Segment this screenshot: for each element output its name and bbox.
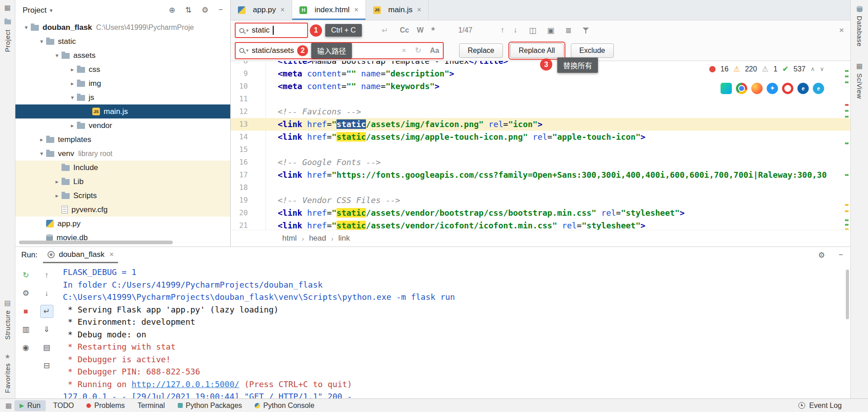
database-stripe-button[interactable]: Database	[856, 5, 863, 47]
locate-file-icon[interactable]: ⊕	[169, 5, 175, 15]
chevron-down-icon[interactable]: ▾	[52, 52, 62, 59]
previous-occurrence-icon[interactable]: ↑	[500, 26, 504, 35]
replace-input[interactable]: ▾ static/assets 2 输入路径 × ↻ Aa	[235, 42, 444, 59]
tree-item-templates[interactable]: ▸templates	[15, 133, 230, 147]
tree-item-douban_flask[interactable]: ▾douban_flaskC:\Users\41999\PycharmProje	[15, 20, 230, 34]
chevron-down-icon[interactable]: ▾	[68, 94, 77, 101]
close-tab-icon[interactable]: ×	[417, 6, 421, 14]
toolwindow-switcher-icon[interactable]: ▦	[5, 402, 12, 410]
code-line-15[interactable]: 15	[231, 143, 850, 156]
tree-item-img[interactable]: ▸img	[15, 76, 230, 90]
project-panel-title[interactable]: Project	[23, 6, 47, 15]
statusbar-item-problems[interactable]: Problems	[81, 400, 130, 411]
code-line-20[interactable]: 20<link href="static/assets/vendor/boots…	[231, 207, 850, 219]
toolwindow-label-favorites[interactable]: Favorites	[4, 363, 11, 393]
favorites-stripe-button[interactable]: ★ Favorites	[4, 353, 11, 393]
safari-icon[interactable]: ✦	[767, 83, 778, 94]
filter-icon[interactable]	[583, 28, 589, 33]
print-console-icon[interactable]: ▤	[40, 341, 53, 354]
match-case-toggle[interactable]: Cc	[400, 26, 409, 34]
code-line-14[interactable]: 14<link href="static/assets/img/apple-to…	[231, 131, 850, 143]
project-stripe-button[interactable]: Project	[4, 18, 12, 52]
tab-main.js[interactable]: JSmain.js×	[366, 0, 429, 20]
breadcrumb-link[interactable]: link	[338, 234, 350, 243]
toolwindow-label-database[interactable]: Database	[856, 16, 863, 47]
close-tab-icon[interactable]: ×	[280, 6, 285, 14]
run-settings-gear-icon[interactable]: ⚙	[818, 251, 825, 260]
tab-index.html[interactable]: Hindex.html×	[292, 0, 366, 20]
chevron-right-icon[interactable]: ▸	[52, 192, 62, 199]
replace-history-dropdown-icon[interactable]: ▾	[246, 47, 249, 53]
statusbar-item-python-packages[interactable]: Python Packages	[173, 400, 247, 411]
code-editor[interactable]: 8<title>Mamba Bootstrap Template - Index…	[231, 61, 850, 230]
code-line-18[interactable]: 18	[231, 181, 850, 194]
settings-wrench-icon[interactable]: ⚙	[19, 287, 33, 300]
run-console[interactable]: FLASK_DEBUG = 1In folder C:/Users/41999/…	[61, 263, 850, 398]
close-run-tab-icon[interactable]: ×	[109, 251, 114, 259]
console-link[interactable]: http://127.0.0.1:5000/	[132, 379, 239, 389]
expand-collapse-icon[interactable]: ⇅	[185, 5, 192, 15]
scroll-to-end-icon[interactable]: ⇓	[40, 323, 53, 336]
tree-item-css[interactable]: ▸css	[15, 62, 230, 76]
toolwindow-label-project[interactable]: Project	[4, 29, 11, 52]
replace-all-button[interactable]: Replace All	[510, 43, 564, 58]
clear-field-icon[interactable]: ×	[402, 46, 406, 55]
search-history-dropdown-icon[interactable]: ▾	[246, 28, 249, 33]
tree-item-Lib[interactable]: ▸Lib	[15, 175, 230, 189]
exclude-button[interactable]: Exclude	[571, 43, 614, 58]
statusbar-item-terminal[interactable]: Terminal	[133, 400, 170, 411]
refresh-icon[interactable]: ↻	[415, 46, 421, 55]
tree-item-static[interactable]: ▾static	[15, 34, 230, 48]
statusbar-item-todo[interactable]: TODO	[48, 400, 79, 411]
toolwindow-grid-icon[interactable]: ▦	[4, 4, 10, 12]
chevron-down-icon[interactable]: ▾	[37, 38, 46, 45]
close-tab-icon[interactable]: ×	[354, 6, 358, 14]
chevron-right-icon[interactable]: ▸	[68, 80, 77, 87]
structure-stripe-button[interactable]: ▤ Structure	[4, 299, 11, 340]
tree-item-Scripts[interactable]: ▸Scripts	[15, 189, 230, 203]
newline-toggle-icon[interactable]: ↵	[382, 26, 388, 35]
tree-item-pyvenv.cfg[interactable]: pyvenv.cfg	[15, 203, 230, 217]
soft-wrap-icon[interactable]: ↵	[40, 305, 53, 318]
event-log-button[interactable]: Event Log	[809, 402, 842, 410]
internet-explorer-icon[interactable]: e	[813, 83, 824, 94]
code-line-21[interactable]: 21<link href="static/assets/vendor/icofo…	[231, 219, 850, 230]
replace-button[interactable]: Replace	[459, 43, 503, 58]
tree-item-app.py[interactable]: app.py	[15, 217, 230, 231]
toolwindow-label-sciview[interactable]: SciView	[856, 73, 863, 99]
inspection-widget[interactable]: 16 ⚠220 ⚠1 ✔537 ∧ ∨	[709, 65, 824, 73]
up-stack-trace-icon[interactable]: ↑	[40, 269, 53, 282]
pycharm-preview-icon[interactable]	[721, 83, 732, 94]
chrome-icon[interactable]	[736, 83, 747, 94]
sciview-stripe-button[interactable]: ▦ SciView	[856, 62, 863, 99]
words-toggle[interactable]: W	[417, 26, 423, 34]
toolwindow-label-structure[interactable]: Structure	[4, 310, 11, 340]
statusbar-item-run[interactable]: ▶Run	[14, 400, 45, 411]
hide-run-panel-icon[interactable]: −	[839, 251, 843, 260]
edge-icon[interactable]: e	[797, 83, 809, 94]
pin-tab-icon[interactable]: ◉	[19, 341, 33, 354]
highlight-all-icon[interactable]: ▣	[547, 26, 554, 35]
tab-app.py[interactable]: app.py×	[231, 0, 292, 20]
chevron-right-icon[interactable]: ▸	[52, 178, 62, 185]
breadcrumb-html[interactable]: html	[282, 234, 297, 243]
settings-gear-icon[interactable]: ⚙	[202, 5, 209, 15]
code-line-12[interactable]: 12<!-- Favicons -->	[231, 105, 850, 118]
tree-item-js[interactable]: ▾js	[15, 90, 230, 104]
code-line-17[interactable]: 17<link href="https://fonts.googleapis.c…	[231, 169, 850, 181]
chevron-right-icon[interactable]: ▸	[37, 136, 46, 143]
chevron-down-icon[interactable]: ▾	[22, 24, 31, 31]
console-scrollbar[interactable]	[846, 270, 849, 319]
chevron-down-icon[interactable]: ▾	[50, 7, 52, 14]
tree-item-venv[interactable]: ▾venvlibrary root	[15, 147, 230, 161]
stop-icon[interactable]: ■	[19, 305, 33, 318]
breadcrumb-head[interactable]: head	[309, 234, 326, 243]
clear-console-icon[interactable]: ⊟	[40, 359, 53, 372]
tree-item-Include[interactable]: Include	[15, 161, 230, 175]
rerun-icon[interactable]: ↻	[19, 269, 33, 282]
close-find-icon[interactable]: ×	[839, 25, 844, 35]
next-occurrence-icon[interactable]: ↓	[513, 26, 517, 35]
statusbar-item-python-console[interactable]: Python Console	[250, 400, 319, 411]
scrollbar-marks[interactable]	[843, 61, 850, 230]
previous-problem-icon[interactable]: ∧	[811, 66, 815, 72]
